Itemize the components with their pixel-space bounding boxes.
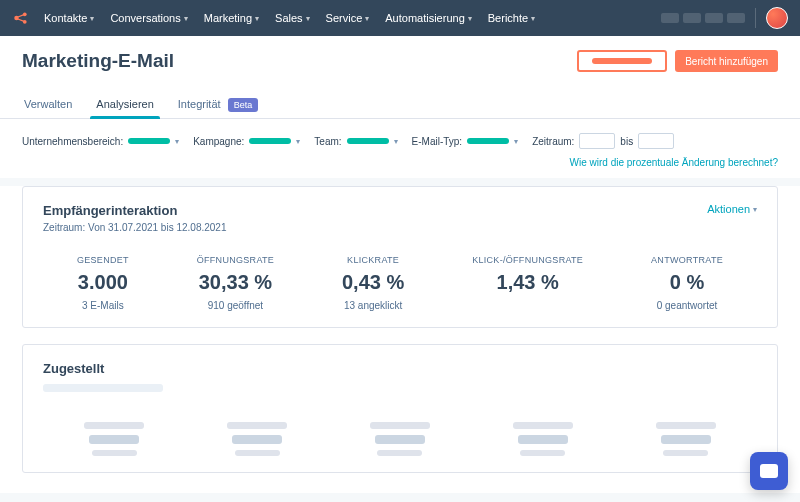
divider — [755, 8, 756, 28]
nav-kontakte[interactable]: Kontakte▾ — [44, 12, 94, 24]
stat-label: GESENDET — [77, 255, 129, 265]
stat-sub: 910 geöffnet — [197, 300, 274, 311]
skeleton-placeholder — [235, 450, 280, 456]
nav-icon-placeholder[interactable] — [683, 13, 701, 23]
skeleton-placeholder — [232, 435, 282, 444]
help-link[interactable]: Wie wird die prozentuale Änderung berech… — [22, 157, 778, 168]
skeleton-placeholder — [656, 422, 716, 429]
filter-value-placeholder — [249, 138, 291, 144]
tabs: Verwalten Analysieren Integrität Beta — [22, 90, 778, 118]
chevron-down-icon: ▾ — [90, 14, 94, 23]
chevron-down-icon: ▾ — [175, 137, 179, 146]
nav-items: Kontakte▾ Conversations▾ Marketing▾ Sale… — [44, 12, 661, 24]
card-title: Empfängerinteraktion — [43, 203, 226, 218]
filter-email-type[interactable]: E-Mail-Typ: ▾ — [412, 136, 519, 147]
nav-right — [661, 7, 788, 29]
skeleton-placeholder — [89, 435, 139, 444]
nav-icon-placeholder[interactable] — [661, 13, 679, 23]
stat-reply-rate: ANTWORTRATE 0 % 0 geantwortet — [651, 255, 723, 311]
nav-marketing[interactable]: Marketing▾ — [204, 12, 259, 24]
skeleton-placeholder — [92, 450, 137, 456]
recipient-interaction-card: Empfängerinteraktion Zeitraum: Von 31.07… — [22, 186, 778, 328]
filter-business-unit[interactable]: Unternehmensbereich: ▾ — [22, 136, 179, 147]
filter-label: Kampagne: — [193, 136, 244, 147]
date-to-input[interactable] — [638, 133, 674, 149]
delivered-card: Zugestellt — [22, 344, 778, 473]
chevron-down-icon: ▾ — [296, 137, 300, 146]
filters-bar: Unternehmensbereich: ▾ Kampagne: ▾ Team:… — [0, 119, 800, 178]
beta-badge: Beta — [228, 98, 259, 112]
filter-period: Zeitraum: bis — [532, 133, 674, 149]
tab-analysieren[interactable]: Analysieren — [94, 90, 155, 118]
stat-sub: 0 geantwortet — [651, 300, 723, 311]
stat-value: 1,43 % — [472, 271, 583, 294]
nav-automatisierung[interactable]: Automatisierung▾ — [385, 12, 472, 24]
stat-label: KLICKRATE — [342, 255, 404, 265]
stat-label: KLICK-/ÖFFNUNGSRATE — [472, 255, 583, 265]
stat-value: 0 % — [651, 271, 723, 294]
chevron-down-icon: ▾ — [468, 14, 472, 23]
chevron-down-icon: ▾ — [255, 14, 259, 23]
chevron-down-icon: ▾ — [306, 14, 310, 23]
skeleton-placeholder — [227, 422, 287, 429]
stat-click-open-rate: KLICK-/ÖFFNUNGSRATE 1,43 % — [472, 255, 583, 311]
stat-label: ÖFFNUNGSRATE — [197, 255, 274, 265]
skeleton-placeholder — [377, 450, 422, 456]
nav-icon-placeholder[interactable] — [705, 13, 723, 23]
page-header: Marketing-E-Mail Bericht hinzufügen Verw… — [0, 36, 800, 119]
chevron-down-icon: ▾ — [184, 14, 188, 23]
nav-icon-placeholder[interactable] — [727, 13, 745, 23]
secondary-action-button[interactable] — [577, 50, 667, 72]
skeleton-placeholder — [518, 435, 568, 444]
card-subtitle: Zeitraum: Von 31.07.2021 bis 12.08.2021 — [43, 222, 226, 233]
skeleton-placeholder — [520, 450, 565, 456]
stat-sub: 3 E-Mails — [77, 300, 129, 311]
add-report-button[interactable]: Bericht hinzufügen — [675, 50, 778, 72]
filter-team[interactable]: Team: ▾ — [314, 136, 397, 147]
nav-service[interactable]: Service▾ — [326, 12, 370, 24]
skeleton-placeholder — [513, 422, 573, 429]
filter-value-placeholder — [128, 138, 170, 144]
skeleton-placeholder — [370, 422, 430, 429]
stat-open-rate: ÖFFNUNGSRATE 30,33 % 910 geöffnet — [197, 255, 274, 311]
skeleton-placeholder — [663, 450, 708, 456]
skeleton-col — [227, 422, 287, 456]
skeleton-col — [84, 422, 144, 456]
filter-value-placeholder — [347, 138, 389, 144]
avatar[interactable] — [766, 7, 788, 29]
to-label: bis — [620, 136, 633, 147]
nav-berichte[interactable]: Berichte▾ — [488, 12, 535, 24]
skeleton-col — [656, 422, 716, 456]
top-nav: Kontakte▾ Conversations▾ Marketing▾ Sale… — [0, 0, 800, 36]
tab-integritaet[interactable]: Integrität Beta — [176, 90, 260, 118]
chevron-down-icon: ▾ — [531, 14, 535, 23]
stat-value: 30,33 % — [197, 271, 274, 294]
nav-sales[interactable]: Sales▾ — [275, 12, 310, 24]
filter-campaign[interactable]: Kampagne: ▾ — [193, 136, 300, 147]
stat-value: 3.000 — [77, 271, 129, 294]
filter-label: Zeitraum: — [532, 136, 574, 147]
tab-integritaet-label: Integrität — [178, 98, 221, 110]
filter-label: E-Mail-Typ: — [412, 136, 463, 147]
skeleton-placeholder — [43, 384, 163, 392]
card-actions-menu[interactable]: Aktionen ▾ — [707, 203, 757, 215]
skeleton-row — [43, 422, 757, 456]
skeleton-col — [370, 422, 430, 456]
chat-icon — [760, 464, 778, 478]
filter-label: Team: — [314, 136, 341, 147]
skeleton-col — [513, 422, 573, 456]
nav-conversations[interactable]: Conversations▾ — [110, 12, 187, 24]
stats-row: GESENDET 3.000 3 E-Mails ÖFFNUNGSRATE 30… — [43, 255, 757, 311]
chevron-down-icon: ▾ — [753, 205, 757, 214]
chat-widget-button[interactable] — [750, 452, 788, 490]
hubspot-logo — [12, 9, 30, 27]
stat-label: ANTWORTRATE — [651, 255, 723, 265]
svg-line-3 — [17, 15, 24, 18]
chevron-down-icon: ▾ — [365, 14, 369, 23]
stat-sent: GESENDET 3.000 3 E-Mails — [77, 255, 129, 311]
page-title: Marketing-E-Mail — [22, 50, 174, 72]
stat-click-rate: KLICKRATE 0,43 % 13 angeklickt — [342, 255, 404, 311]
tab-verwalten[interactable]: Verwalten — [22, 90, 74, 118]
stat-sub: 13 angeklickt — [342, 300, 404, 311]
date-from-input[interactable] — [579, 133, 615, 149]
